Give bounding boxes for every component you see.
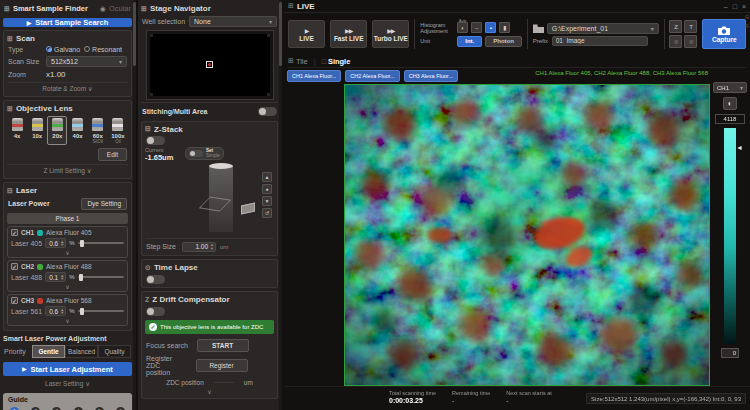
focus-search-start-button[interactable]: START — [197, 339, 249, 352]
ch3-expander[interactable]: ∨ — [11, 316, 124, 325]
save-folder-select[interactable]: G:\Experiment_01 ▾ — [547, 23, 659, 34]
collapse-icon[interactable]: ⊟ — [745, 23, 749, 29]
radio-resonant[interactable]: Resonant — [84, 46, 122, 53]
tab-single[interactable]: □ Single — [322, 57, 351, 66]
objective-10x[interactable]: 10x — [27, 116, 47, 145]
z-stack-toggle[interactable] — [146, 136, 165, 145]
unit-int-button[interactable]: Int. — [457, 36, 482, 47]
objective-4x[interactable]: 4x — [7, 116, 27, 145]
live-image-frame[interactable] — [344, 84, 710, 386]
ch2-power-slider[interactable] — [78, 276, 125, 278]
range-slider-handle[interactable]: ◄ — [736, 144, 743, 151]
mid-scrollbar[interactable] — [279, 0, 282, 410]
collapse-icon[interactable]: ⊟ — [7, 187, 13, 195]
dye-setting-button[interactable]: Dye Setting — [81, 198, 127, 210]
collapse-icon[interactable]: ⊟ — [145, 125, 151, 133]
ch1-checkbox[interactable]: ✓ — [11, 229, 18, 236]
histogram-min-button[interactable]: – — [471, 22, 482, 33]
z-set-current-button[interactable]: ● — [262, 184, 272, 194]
stitching-toggle[interactable] — [258, 107, 277, 116]
tab-smart-sample-finder[interactable]: ⊞ Smart Sample Finder — [4, 4, 88, 13]
minimize-icon[interactable]: – — [724, 3, 728, 10]
prefix-input[interactable] — [552, 36, 648, 46]
zdc-toggle[interactable] — [146, 307, 165, 316]
right-edge-collapse-strip[interactable]: ⊟ ⊟ — [744, 14, 750, 29]
ch3-power-slider[interactable] — [78, 310, 125, 312]
register-zdc-button[interactable]: Register — [196, 359, 248, 372]
maximize-icon[interactable]: □ — [733, 3, 737, 10]
turbo-live-button[interactable]: ▶▶ Turbo LIVE — [372, 20, 409, 48]
capture-t-series-icon[interactable]: ≣ — [684, 35, 697, 48]
ch3-power-spinner[interactable]: 0.6▲▼ — [45, 306, 66, 316]
phase-tab[interactable]: Phase 1 — [7, 213, 128, 224]
zdc-expander[interactable]: ∨ — [145, 387, 274, 396]
collapse-icon[interactable]: ⊟ — [745, 14, 749, 20]
ch1-power-spinner[interactable]: 0.6▲▼ — [45, 238, 66, 248]
capture-time-icon[interactable]: T — [684, 20, 697, 33]
step-size-spinner[interactable]: 1.00▲▼ — [182, 242, 216, 252]
start-laser-adjustment-button[interactable]: ▶ Start Laser Adjustment — [3, 362, 132, 376]
capture-button[interactable]: Capture — [702, 19, 746, 49]
z-position-handle[interactable] — [241, 202, 255, 214]
range-max-value[interactable]: 4118 — [715, 114, 745, 124]
ch3-checkbox[interactable]: ✓ — [11, 297, 18, 304]
capture-z-series-icon[interactable]: ≣ — [669, 35, 682, 48]
left-scrollbar[interactable] — [133, 0, 136, 410]
histogram-mid-button[interactable]: ▪ — [485, 22, 496, 33]
zdc-availability-banner: ✓ This objective lens is available for Z… — [145, 320, 274, 334]
sidebar-channel-select[interactable]: CH1 ▾ — [713, 82, 747, 93]
objective-60x[interactable]: 60x SilOil — [88, 116, 108, 145]
lut-icon[interactable]: ◐ — [723, 97, 737, 110]
unit-photon-button[interactable]: Photon — [485, 36, 522, 47]
close-icon[interactable]: × — [742, 3, 746, 10]
ch1-expander[interactable]: ∨ — [11, 248, 124, 257]
collapse-icon[interactable]: ⊞ — [7, 35, 13, 43]
tab-ocular[interactable]: ◉ Ocular — [100, 4, 131, 13]
tab-tile[interactable]: ⊞ Tile — [288, 57, 308, 66]
objective-20x[interactable]: 20x — [47, 116, 67, 145]
objective-40x[interactable]: 40x — [68, 116, 88, 145]
channel-button-ch2[interactable]: CH2 Alexa Fluor... — [345, 70, 399, 82]
well-selection-select[interactable]: None ▾ — [189, 16, 277, 27]
histogram-max-button[interactable]: ▮ — [499, 22, 510, 33]
ch1-power-slider[interactable] — [78, 242, 125, 244]
channel-button-ch3[interactable]: CH3 Alexa Fluor... — [404, 70, 458, 82]
collapse-icon[interactable]: ⊞ — [7, 105, 13, 113]
histogram-auto-button[interactable]: Auto◐ — [457, 22, 468, 33]
objective-title: Objective Lens — [16, 104, 73, 113]
fast-live-button[interactable]: ▶▶ Fast LIVE — [330, 20, 367, 48]
status-bar: Total scanning time 0:00:03.25 Remaining… — [284, 386, 750, 410]
priority-balanced[interactable]: Balanced — [65, 345, 98, 358]
start-sample-search-button[interactable]: ▶ Start Sample Search — [3, 18, 132, 27]
z-set-bottom-button[interactable]: ▼ — [262, 196, 272, 206]
chevron-down-icon: ▾ — [269, 18, 272, 25]
z-mode-toggle[interactable]: Set Simple — [185, 147, 224, 160]
laser-setting-expander[interactable]: Laser Setting ∨ — [3, 378, 132, 389]
rotate-zoom-expander[interactable]: Rotate & Zoom ∨ — [7, 82, 128, 94]
time-lapse-toggle[interactable] — [146, 275, 165, 284]
range-min-value[interactable]: 0 — [721, 348, 739, 358]
ch1-dye-color — [37, 230, 43, 236]
check-icon: ✓ — [149, 323, 157, 331]
edit-objective-button[interactable]: Edit — [98, 148, 127, 161]
objective-list: 4x 10x 20x 40x 60x SilOil — [7, 114, 128, 147]
z-set-top-button[interactable]: ▲ — [262, 172, 272, 182]
live-button[interactable]: ▶ LIVE — [288, 20, 325, 48]
z-reset-button[interactable]: ↺ — [262, 208, 272, 218]
objective-100x[interactable]: 100x Oil — [108, 116, 128, 145]
radio-galvano[interactable]: Galvano — [46, 46, 80, 53]
stage-map[interactable] — [147, 31, 273, 99]
ch2-expander[interactable]: ∨ — [11, 282, 124, 291]
channel-button-ch1[interactable]: CH1 Alexa Fluor... — [287, 70, 341, 82]
priority-quality[interactable]: Quality — [98, 345, 131, 358]
stage-position-marker — [206, 61, 213, 68]
capture-z-stack-icon[interactable]: Z — [669, 20, 682, 33]
priority-gentle[interactable]: Gentle — [32, 345, 65, 358]
collapse-icon[interactable]: ⊞ — [141, 5, 147, 13]
scan-size-select[interactable]: 512x512 ▾ — [46, 56, 127, 67]
ch2-checkbox[interactable]: ✓ — [11, 263, 18, 270]
z-limit-expander[interactable]: Z Limit Setting ∨ — [7, 164, 128, 176]
laser-channel-ch1: ✓ CH1 Alexa Fluor 405 Laser 405 0.6▲▼ % … — [7, 226, 128, 258]
ch2-power-spinner[interactable]: 0.1▲▼ — [45, 272, 66, 282]
z-mode-switch — [189, 150, 203, 157]
